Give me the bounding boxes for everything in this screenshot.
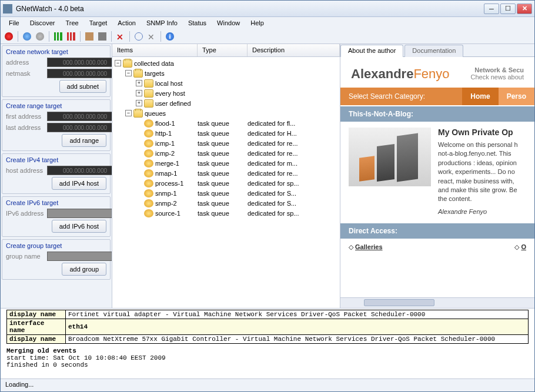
left-panel: Create network targetaddressnetmaskadd s…	[1, 44, 112, 308]
folder-icon	[144, 89, 153, 98]
author-lastname: Fenyo	[413, 66, 449, 81]
clock-icon[interactable]	[133, 31, 145, 42]
tree-row[interactable]: nmap-1task queuededicated for re...	[112, 168, 340, 178]
menu-tree[interactable]: Tree	[61, 18, 83, 28]
add-button[interactable]: add IPv4 host	[52, 177, 106, 190]
address-input[interactable]	[47, 58, 112, 67]
tree-row[interactable]: −queues	[112, 108, 340, 118]
add-button[interactable]: add IPv6 host	[52, 220, 106, 233]
expand-icon[interactable]: +	[136, 80, 142, 86]
address-input[interactable]	[47, 166, 112, 175]
delete-icon[interactable]: ✕	[115, 31, 126, 42]
menu-action[interactable]: Action	[113, 18, 141, 28]
menu-discover[interactable]: Discover	[25, 18, 60, 28]
add-button[interactable]: add group	[62, 263, 106, 276]
tab-documentation[interactable]: Documentation	[404, 45, 463, 57]
tree-row[interactable]: http-1task queuededicated for H...	[112, 128, 340, 138]
log-key: display name	[7, 310, 66, 319]
address-input[interactable]	[47, 123, 112, 132]
tree-row[interactable]: +every host	[112, 88, 340, 98]
app-window: GNetWatch - 4.0 beta ─ ☐ ✕ File Discover…	[0, 0, 535, 392]
tree-body[interactable]: −collected data−targets+local host+every…	[112, 57, 340, 308]
tree-item-type: task queue	[198, 180, 248, 187]
tree-row[interactable]: +user defined	[112, 98, 340, 108]
nav-label: Select Search Category:	[340, 92, 462, 100]
collapse-icon[interactable]: −	[115, 60, 121, 66]
col-description[interactable]: Description	[248, 44, 340, 56]
scrollbar-thumb[interactable]	[364, 299, 434, 306]
gear-icon	[144, 189, 153, 197]
titlebar[interactable]: GNetWatch - 4.0 beta ─ ☐ ✕	[1, 1, 534, 17]
tree-row[interactable]: source-1task queuededicated for sp...	[112, 208, 340, 218]
col-items[interactable]: Items	[112, 44, 198, 56]
expand-icon[interactable]: +	[136, 100, 142, 106]
tree-row[interactable]: flood-1task queuededicated for fl...	[112, 118, 340, 128]
target-group: Create network targetaddressnetmaskadd s…	[2, 45, 111, 97]
tool-icon[interactable]	[96, 31, 108, 42]
log-panel[interactable]: display nameFortinet virtual adapter - V…	[1, 308, 534, 378]
folder-icon	[144, 99, 153, 108]
col-type[interactable]: Type	[198, 44, 248, 56]
author-firstname: Alexandre	[351, 66, 413, 81]
menu-status[interactable]: Status	[183, 18, 211, 28]
address-input[interactable]	[47, 252, 112, 261]
nav-perso[interactable]: Perso	[499, 88, 534, 105]
tree-row[interactable]: process-1task queuededicated for sp...	[112, 178, 340, 188]
tree-item-type: task queue	[198, 200, 248, 207]
horizontal-scrollbar[interactable]	[340, 297, 534, 308]
tree-item-label: user defined	[155, 100, 198, 107]
tree-row[interactable]: −collected data	[112, 58, 340, 68]
tree-row[interactable]: merge-1task queuededicated for m...	[112, 158, 340, 168]
tab-about-author[interactable]: About the author	[340, 45, 403, 57]
tree-item-desc: dedicated for re...	[248, 150, 298, 157]
tree-row[interactable]: snmp-1task queuededicated for S...	[112, 188, 340, 198]
nav-home[interactable]: Home	[462, 88, 498, 105]
log-merge: Merging old events	[6, 347, 76, 354]
field-label: netmask	[6, 70, 45, 77]
tree-row[interactable]: icmp-1task queuededicated for re...	[112, 138, 340, 148]
collapse-icon[interactable]: −	[125, 110, 132, 116]
add-button[interactable]: add range	[62, 134, 106, 147]
menu-window[interactable]: Window	[212, 18, 245, 28]
tree-item-label: every host	[155, 90, 198, 97]
collapse-icon[interactable]: −	[125, 70, 132, 76]
address-input[interactable]	[47, 209, 112, 218]
minimize-button[interactable]: ─	[484, 4, 499, 14]
post-signature: Alexandre Fenyo	[438, 207, 526, 216]
group-title: Create IPv6 target	[6, 199, 106, 206]
power-icon[interactable]	[3, 31, 15, 42]
gear-icon	[144, 139, 153, 148]
right-panel: About the author Documentation Alexandre…	[340, 44, 534, 308]
address-input[interactable]	[47, 69, 112, 78]
tree-item-label: nmap-1	[155, 170, 198, 177]
field-label: first address	[6, 113, 45, 120]
log-finish: finished in 0 seconds	[6, 361, 88, 368]
tree-row[interactable]: −targets	[112, 68, 340, 78]
add-button[interactable]: add subnet	[59, 80, 106, 93]
menu-target[interactable]: Target	[85, 18, 112, 28]
maximize-button[interactable]: ☐	[500, 4, 516, 14]
tree-row[interactable]: +local host	[112, 78, 340, 88]
address-input[interactable]	[47, 112, 112, 121]
menu-snmp-info[interactable]: SNMP Info	[142, 18, 182, 28]
link-other[interactable]: O	[521, 243, 526, 250]
globe-icon[interactable]	[21, 31, 33, 42]
menu-file[interactable]: File	[4, 18, 24, 28]
bars-red-icon[interactable]	[65, 31, 77, 42]
tree-item-desc: dedicated for H...	[248, 130, 297, 137]
info-icon[interactable]: i	[164, 31, 176, 42]
tree-row[interactable]: icmp-2task queuededicated for re...	[112, 148, 340, 158]
gear-icon	[144, 149, 153, 158]
menu-help[interactable]: Help	[246, 18, 269, 28]
tree-row[interactable]: snmp-2task queuededicated for S...	[112, 198, 340, 208]
expand-icon[interactable]: +	[136, 90, 142, 96]
brush-icon[interactable]	[83, 31, 95, 42]
bars-green-icon[interactable]	[52, 31, 64, 42]
cancel-icon[interactable]: ✕	[146, 31, 158, 42]
globe-disabled-icon[interactable]	[34, 31, 46, 42]
close-button[interactable]: ✕	[517, 4, 532, 14]
link-galleries[interactable]: Galleries	[355, 243, 382, 250]
web-content[interactable]: AlexandreFenyo Network & Secu Check news…	[340, 57, 534, 297]
folder-icon	[123, 59, 132, 68]
gear-icon	[144, 199, 153, 207]
